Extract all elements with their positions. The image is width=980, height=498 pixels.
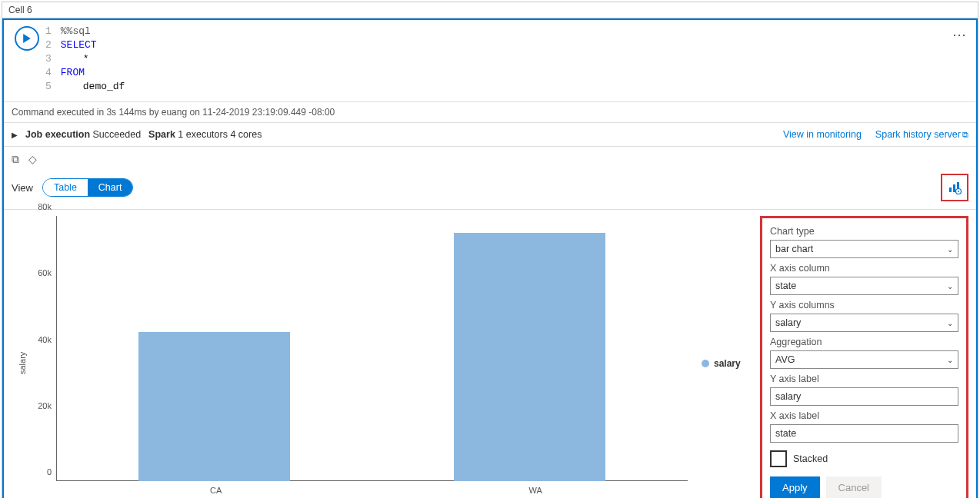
spark-history-link[interactable]: Spark history server⧉ — [875, 129, 968, 140]
eraser-icon[interactable]: ◇ — [28, 153, 37, 166]
external-link-icon: ⧉ — [962, 130, 968, 139]
cell-title: Cell 6 — [2, 2, 978, 18]
chart-bar — [138, 332, 290, 481]
view-toggle[interactable]: Table Chart — [42, 178, 133, 197]
chart-type-label: Chart type — [770, 226, 958, 237]
y-axis-columns-label: Y axis columns — [770, 300, 958, 310]
y-tick: 0 — [47, 467, 52, 476]
svg-rect-1 — [949, 188, 952, 192]
code-editor[interactable]: 12345 %%sql SELECT * FROM demo_df — [45, 25, 948, 94]
y-axis-columns-select[interactable]: salary⌄ — [770, 314, 958, 332]
x-axis-label: state — [56, 495, 695, 498]
spark-info-label: Spark 1 executors 4 cores — [148, 129, 262, 140]
tab-chart[interactable]: Chart — [88, 179, 133, 196]
y-tick: 40k — [38, 335, 52, 344]
chevron-down-icon: ⌄ — [947, 356, 953, 364]
line-numbers: 12345 — [45, 25, 61, 94]
chart-legend: salary — [695, 358, 754, 369]
play-icon — [22, 34, 32, 43]
chart-config-icon — [948, 181, 962, 194]
y-axis-label-input[interactable]: salary — [770, 387, 958, 406]
y-tick: 20k — [38, 401, 52, 410]
y-tick: 60k — [38, 268, 52, 277]
chart-type-select[interactable]: bar chart⌄ — [770, 240, 958, 258]
tab-table[interactable]: Table — [43, 179, 88, 196]
view-label: View — [12, 182, 33, 194]
aggregation-label: Aggregation — [770, 337, 958, 347]
x-axis-label-input[interactable]: state — [770, 424, 958, 443]
more-icon[interactable]: ⋯ — [948, 25, 972, 43]
y-axis-label: salary — [15, 216, 30, 498]
cancel-button[interactable]: Cancel — [826, 476, 882, 498]
view-monitoring-link[interactable]: View in monitoring — [783, 129, 862, 140]
legend-dot-icon — [702, 360, 709, 367]
chevron-down-icon: ⌄ — [947, 282, 953, 290]
svg-point-5 — [958, 191, 959, 192]
x-tick: WA — [376, 481, 696, 495]
chart-bar — [454, 233, 605, 481]
svg-rect-2 — [953, 184, 955, 192]
x-axis-column-select[interactable]: state⌄ — [770, 277, 958, 295]
y-axis-label-field-label: Y axis label — [770, 374, 958, 384]
expand-icon[interactable]: ▶ — [12, 131, 18, 139]
copy-icon[interactable]: ⧉ — [12, 153, 19, 166]
chart-plot: 020k40k60k80k — [30, 216, 695, 481]
apply-button[interactable]: Apply — [770, 476, 820, 498]
stacked-label: Stacked — [793, 453, 828, 464]
y-tick: 80k — [38, 202, 52, 211]
x-axis-column-label: X axis column — [770, 263, 958, 274]
chart-settings-panel: Chart type bar chart⌄ X axis column stat… — [760, 216, 968, 498]
execution-status: Command executed in 3s 144ms by euang on… — [4, 101, 976, 122]
svg-marker-0 — [23, 34, 31, 43]
chevron-down-icon: ⌄ — [947, 319, 953, 327]
x-axis-label-field-label: X axis label — [770, 410, 958, 421]
chart-settings-button[interactable] — [941, 174, 968, 201]
code-content: %%sql SELECT * FROM demo_df — [61, 25, 948, 94]
stacked-checkbox[interactable] — [770, 450, 787, 467]
job-execution-label: Job execution Succeeded — [25, 129, 141, 140]
aggregation-select[interactable]: AVG⌄ — [770, 350, 958, 369]
run-button[interactable] — [15, 26, 39, 51]
chevron-down-icon: ⌄ — [947, 245, 953, 254]
x-tick: CA — [56, 481, 376, 495]
